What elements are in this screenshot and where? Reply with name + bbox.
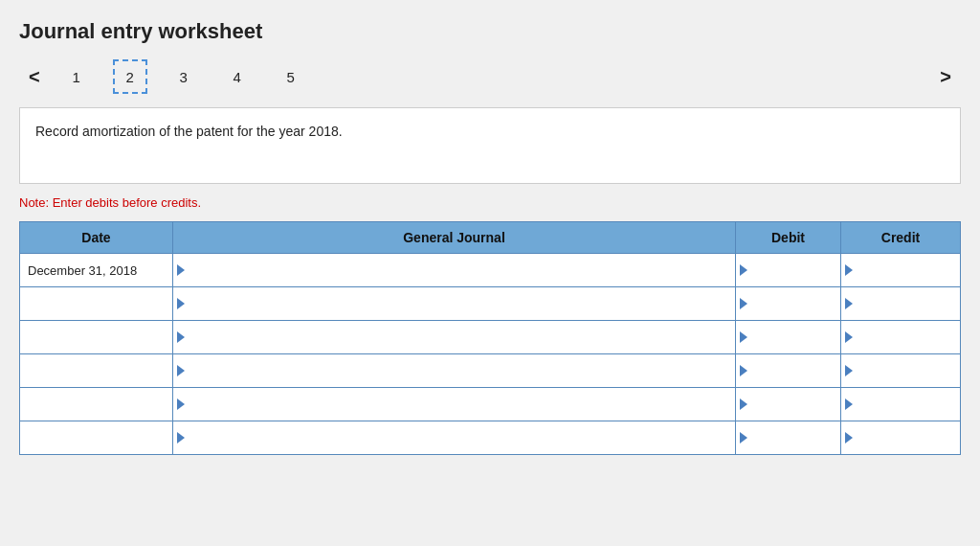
date-cell-2 <box>20 287 173 321</box>
tab-4[interactable]: 4 <box>220 59 255 94</box>
row-arrow-6 <box>177 432 185 444</box>
credit-input-1[interactable] <box>857 254 956 286</box>
table-row <box>20 421 961 455</box>
description-box: Record amortization of the patent for th… <box>19 107 961 184</box>
credit-input-3[interactable] <box>857 321 956 353</box>
row-arrow-5 <box>177 398 185 410</box>
debit-arrow-1 <box>740 264 747 276</box>
debit-input-1[interactable] <box>751 254 836 286</box>
debit-input-5[interactable] <box>751 388 836 421</box>
table-row <box>20 287 961 321</box>
journal-input-2[interactable] <box>189 287 731 320</box>
table-row: December 31, 2018 <box>20 254 961 287</box>
credit-cell-6[interactable] <box>841 421 961 455</box>
credit-arrow-4 <box>845 365 853 376</box>
navigation-row: < 1 2 3 4 5 > <box>19 59 961 94</box>
journal-input-1[interactable] <box>189 254 731 286</box>
journal-cell-4[interactable] <box>173 354 736 388</box>
tab-1[interactable]: 1 <box>59 59 94 94</box>
journal-input-3[interactable] <box>189 321 731 353</box>
credit-arrow-1 <box>845 264 853 276</box>
journal-cell-3[interactable] <box>173 321 736 354</box>
credit-cell-4[interactable] <box>841 354 961 388</box>
debit-arrow-6 <box>740 432 747 444</box>
table-row <box>20 321 961 354</box>
description-text: Record amortization of the patent for th… <box>35 124 343 139</box>
prev-arrow[interactable]: < <box>19 62 50 92</box>
date-cell-1: December 31, 2018 <box>20 254 173 287</box>
debit-input-2[interactable] <box>751 287 836 320</box>
debit-arrow-4 <box>740 365 747 376</box>
credit-cell-1[interactable] <box>841 254 961 287</box>
credit-input-6[interactable] <box>857 421 956 454</box>
debit-cell-5[interactable] <box>736 388 841 421</box>
journal-table: Date General Journal Debit Credit Decemb… <box>19 221 961 455</box>
credit-input-4[interactable] <box>857 354 956 387</box>
credit-cell-5[interactable] <box>841 388 961 421</box>
header-journal: General Journal <box>173 222 736 254</box>
date-cell-4 <box>20 354 173 388</box>
debit-cell-3[interactable] <box>736 321 841 354</box>
next-arrow[interactable]: > <box>930 62 961 92</box>
row-arrow-2 <box>177 298 185 309</box>
journal-cell-6[interactable] <box>173 421 736 455</box>
debit-input-4[interactable] <box>751 354 836 387</box>
credit-cell-2[interactable] <box>841 287 961 321</box>
credit-input-2[interactable] <box>857 287 956 320</box>
credit-cell-3[interactable] <box>841 321 961 354</box>
tab-2[interactable]: 2 <box>113 59 147 94</box>
debit-arrow-5 <box>740 398 747 410</box>
date-cell-5 <box>20 388 173 421</box>
page-title: Journal entry worksheet <box>19 19 961 44</box>
credit-arrow-5 <box>845 398 853 410</box>
table-row <box>20 354 961 388</box>
debit-cell-4[interactable] <box>736 354 841 388</box>
table-row <box>20 388 961 421</box>
journal-cell-5[interactable] <box>173 388 736 421</box>
credit-arrow-6 <box>845 432 853 444</box>
debit-input-3[interactable] <box>751 321 836 353</box>
debit-arrow-3 <box>740 331 747 343</box>
row-arrow-3 <box>177 331 185 343</box>
credit-input-5[interactable] <box>857 388 956 421</box>
debit-cell-2[interactable] <box>736 287 841 321</box>
row-arrow-4 <box>177 365 185 376</box>
journal-input-4[interactable] <box>189 354 731 387</box>
journal-input-6[interactable] <box>189 421 731 454</box>
tab-3[interactable]: 3 <box>167 59 201 94</box>
tab-5[interactable]: 5 <box>274 59 308 94</box>
header-date: Date <box>20 222 173 254</box>
tab-group: 1 2 3 4 5 <box>59 59 308 94</box>
row-arrow-1 <box>177 264 185 276</box>
debit-cell-1[interactable] <box>736 254 841 287</box>
journal-input-5[interactable] <box>189 388 731 421</box>
credit-arrow-3 <box>845 331 853 343</box>
journal-cell-1[interactable] <box>173 254 736 287</box>
debit-cell-6[interactable] <box>736 421 841 455</box>
credit-arrow-2 <box>845 298 853 309</box>
debit-input-6[interactable] <box>751 421 836 454</box>
journal-cell-2[interactable] <box>173 287 736 321</box>
header-credit: Credit <box>841 222 961 254</box>
date-cell-3 <box>20 321 173 354</box>
header-debit: Debit <box>736 222 841 254</box>
date-cell-6 <box>20 421 173 455</box>
note-text: Note: Enter debits before credits. <box>19 195 961 210</box>
debit-arrow-2 <box>740 298 747 309</box>
